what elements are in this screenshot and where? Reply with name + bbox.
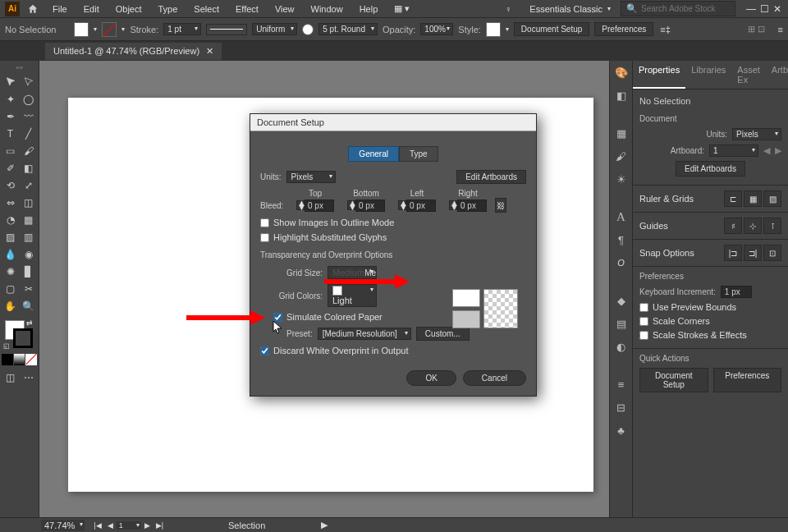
- graph-tool[interactable]: ▊: [20, 264, 37, 280]
- blend-tool[interactable]: ◉: [20, 246, 37, 263]
- perspective-tool[interactable]: ▦: [20, 212, 37, 228]
- bleed-right-spinner[interactable]: ▲▼: [449, 200, 457, 210]
- ruler-icon[interactable]: ⊏: [724, 190, 742, 207]
- line-tool[interactable]: ╱: [20, 126, 37, 142]
- eyedropper-tool[interactable]: 💧: [2, 246, 19, 263]
- menu-view[interactable]: View: [268, 2, 301, 16]
- zoom-dropdown[interactable]: 47.74%: [41, 520, 85, 531]
- free-transform-tool[interactable]: ◫: [20, 195, 37, 211]
- rail-color-icon[interactable]: 🎨: [613, 64, 630, 80]
- slice-tool[interactable]: ✂: [20, 281, 37, 297]
- toolbox-grip[interactable]: ««: [2, 64, 37, 71]
- menu-object[interactable]: Object: [109, 2, 149, 16]
- close-button[interactable]: ✕: [772, 3, 783, 15]
- menu-edit[interactable]: Edit: [77, 2, 106, 16]
- custom-button[interactable]: Custom...: [416, 327, 470, 341]
- shaper-tool[interactable]: ✐: [2, 160, 19, 177]
- snap-icon2[interactable]: ⊐|: [744, 245, 762, 261]
- bleed-link-icon[interactable]: ⛓: [495, 198, 506, 213]
- rotate-tool[interactable]: ⟲: [2, 177, 19, 194]
- lasso-tool[interactable]: ◯: [20, 91, 37, 108]
- ctrl-more-icon[interactable]: ≡‡: [660, 25, 671, 34]
- paintbrush-tool[interactable]: 🖌: [20, 143, 37, 159]
- preferences-button[interactable]: Preferences: [594, 22, 653, 36]
- arrange-docs-icon[interactable]: ▦ ▾: [387, 2, 416, 16]
- symbol-sprayer-tool[interactable]: ✺: [2, 264, 19, 280]
- align-icons[interactable]: ⊞ ⊡: [748, 24, 765, 34]
- artboard-next-icon[interactable]: ▶: [775, 145, 781, 156]
- gradient-tool[interactable]: ▥: [20, 229, 37, 245]
- snap-icon3[interactable]: ⊡: [763, 245, 781, 261]
- menu-help[interactable]: Help: [353, 2, 385, 16]
- search-input[interactable]: [641, 4, 730, 13]
- status-chevron-icon[interactable]: ▶: [321, 520, 328, 530]
- dlg-edit-artboards-button[interactable]: Edit Artboards: [456, 170, 526, 184]
- color-mode-solid[interactable]: [2, 354, 13, 365]
- bleed-top-input[interactable]: [305, 200, 334, 212]
- rail-appearance-icon[interactable]: ▤: [613, 315, 630, 332]
- bleed-bottom-spinner[interactable]: ▲▼: [347, 200, 355, 210]
- dialog-tab-type[interactable]: Type: [399, 146, 438, 162]
- grid-size-dropdown[interactable]: MediumMe: [328, 266, 377, 279]
- rail-opentype-icon[interactable]: O: [613, 255, 630, 271]
- scale-corners-check[interactable]: Scale Corners: [639, 316, 781, 326]
- grid-icon[interactable]: ▦: [744, 190, 762, 207]
- menu-effect[interactable]: Effect: [229, 2, 265, 16]
- rail-layers-icon[interactable]: ◆: [613, 292, 630, 309]
- bleed-bottom-input[interactable]: [355, 200, 385, 212]
- panel-edit-artboards-button[interactable]: Edit Artboards: [676, 161, 745, 177]
- workspace-select[interactable]: Essentials Classic▾: [523, 2, 617, 16]
- menu-type[interactable]: Type: [152, 2, 185, 16]
- fill-swatch[interactable]: [74, 22, 89, 37]
- home-icon[interactable]: [26, 2, 39, 16]
- use-preview-bounds-check[interactable]: Use Preview Bounds: [639, 302, 781, 312]
- artboard-prev-icon[interactable]: ◀: [763, 145, 770, 156]
- edit-toolbar[interactable]: ⋯: [20, 369, 37, 386]
- direct-selection-tool[interactable]: [20, 74, 37, 90]
- artboard-tool[interactable]: ▢: [2, 281, 19, 297]
- artboard-last-icon[interactable]: ▶|: [153, 521, 166, 530]
- rail-brushes-icon[interactable]: 🖌: [613, 148, 630, 164]
- style-swatch[interactable]: [486, 22, 501, 37]
- guides-icon1[interactable]: ♯: [724, 218, 742, 234]
- rail-pathfinder-icon[interactable]: ⊟: [613, 399, 630, 415]
- rail-align-icon[interactable]: ≡: [613, 376, 630, 392]
- selection-tool[interactable]: [2, 74, 19, 90]
- grid-colors-dropdown[interactable]: Light: [328, 284, 377, 307]
- rail-swatches-icon[interactable]: ▦: [613, 125, 630, 141]
- fill-stroke-control[interactable]: ⇄ ◱: [2, 319, 34, 351]
- dlg-units-dropdown[interactable]: Pixels: [286, 171, 336, 183]
- tab-asset-export[interactable]: Asset Ex: [731, 61, 766, 89]
- ok-button[interactable]: OK: [406, 370, 456, 386]
- bleed-left-spinner[interactable]: ▲▼: [398, 200, 406, 210]
- opacity-dropdown[interactable]: 100%: [420, 23, 453, 35]
- rail-type-a-icon[interactable]: A: [613, 209, 630, 225]
- bleed-right-input[interactable]: [457, 200, 487, 212]
- stroke-swatch[interactable]: [102, 22, 117, 37]
- grid-dark-swatch[interactable]: [452, 310, 480, 328]
- highlight-glyphs-check[interactable]: Highlight Substituted Glyphs: [260, 232, 526, 242]
- type-tool[interactable]: T: [2, 126, 19, 142]
- curvature-tool[interactable]: 〰: [20, 108, 37, 125]
- tab-artboards[interactable]: Artboar: [766, 61, 788, 89]
- hand-tool[interactable]: ✋: [2, 298, 19, 314]
- discard-white-overprint-check[interactable]: Discard White Overprint in Output: [260, 346, 526, 355]
- width-tool[interactable]: ⇔: [2, 195, 19, 211]
- stroke-uniform-dropdown[interactable]: Uniform: [252, 23, 297, 35]
- stroke-box[interactable]: [13, 328, 33, 348]
- rail-transform-icon[interactable]: ♣: [613, 422, 630, 438]
- zoom-tool[interactable]: 🔍: [20, 298, 37, 314]
- stroke-weight-dropdown[interactable]: 1 pt: [163, 23, 201, 35]
- rail-paragraph-icon[interactable]: ¶: [613, 232, 630, 248]
- preset-dropdown[interactable]: [Medium Resolution]: [318, 328, 411, 340]
- snap-icon1[interactable]: |⊐: [724, 245, 742, 261]
- menu-select[interactable]: Select: [187, 2, 226, 16]
- tab-properties[interactable]: Properties: [633, 61, 685, 89]
- artboard-next-icon[interactable]: ▶: [142, 521, 153, 530]
- dialog-tab-general[interactable]: General: [348, 146, 399, 162]
- screen-mode-tool[interactable]: ◫: [2, 369, 19, 386]
- default-fill-stroke-icon[interactable]: ◱: [3, 342, 10, 350]
- discover-icon[interactable]: ♀: [505, 4, 511, 14]
- grid-light-swatch[interactable]: [452, 289, 480, 307]
- artboard-first-icon[interactable]: |◀: [91, 521, 103, 530]
